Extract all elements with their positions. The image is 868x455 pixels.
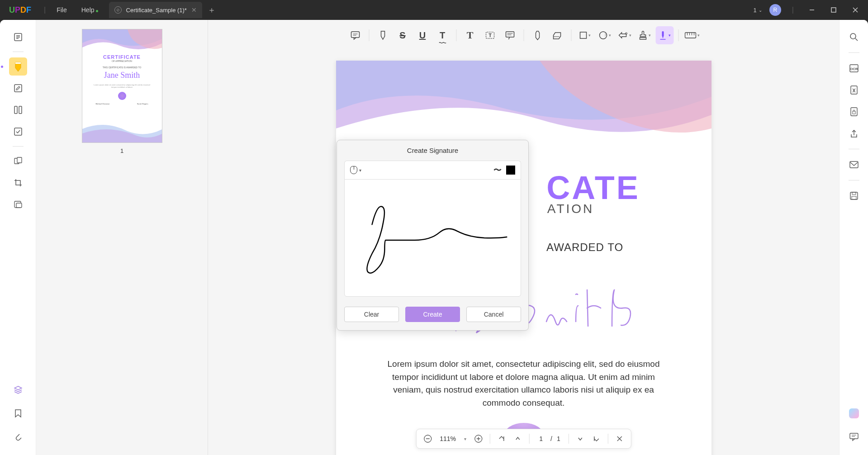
cancel-button[interactable]: Cancel	[466, 307, 521, 322]
user-avatar[interactable]: R	[769, 4, 781, 16]
titlebar: UPDF | File Help ⊘ Certificate_Sample (1…	[0, 0, 868, 20]
file-menu[interactable]: File	[49, 6, 74, 14]
sticker-tool-icon[interactable]: ▾	[596, 26, 614, 44]
page-thumbnail[interactable]: CERTIFICATE OF APPRECIATION THIS CERTIFI…	[82, 29, 162, 143]
protect-icon[interactable]	[845, 103, 863, 121]
svg-rect-10	[14, 106, 17, 114]
clear-button[interactable]: Clear	[344, 307, 399, 322]
svg-rect-47	[851, 108, 857, 116]
zoom-dropdown-icon[interactable]: ▾	[461, 436, 469, 441]
page-number-input[interactable]	[534, 435, 548, 442]
ocr-icon[interactable]: OCR	[845, 59, 863, 77]
svg-rect-26	[580, 32, 587, 38]
stamp-approve-icon[interactable]: ▾	[636, 26, 654, 44]
svg-rect-8	[15, 62, 21, 64]
stamp-tool-icon[interactable]: ▾	[616, 26, 634, 44]
zoom-out-button[interactable]	[421, 432, 434, 446]
underline-tool-icon[interactable]: U	[413, 26, 432, 44]
help-menu[interactable]: Help	[74, 6, 102, 14]
stroke-color-swatch[interactable]	[506, 166, 515, 175]
signature-canvas[interactable]	[344, 179, 521, 297]
annotation-toolbar: S U T T T ▾ ▾ ▾ ▾ ▾ ▾	[341, 24, 707, 47]
thumb-cert-sub: OF APPRECIATION	[82, 60, 162, 62]
comment-tool-icon[interactable]	[346, 26, 364, 44]
share-icon[interactable]	[845, 124, 863, 142]
left-toolbar	[0, 20, 36, 455]
redact-mode-icon[interactable]	[9, 195, 27, 213]
right-toolbar: OCR	[839, 20, 868, 455]
bookmark-icon[interactable]	[9, 404, 27, 422]
page-nav-bar: 111% ▾ / 1	[416, 429, 631, 449]
ai-assistant-icon[interactable]	[845, 404, 863, 422]
measure-tool-icon[interactable]: ▾	[683, 26, 701, 44]
dialog-title: Create Signature	[337, 140, 528, 161]
email-icon[interactable]	[845, 156, 863, 174]
maximize-button[interactable]	[826, 3, 841, 17]
organize-mode-icon[interactable]	[9, 101, 27, 119]
svg-rect-12	[14, 128, 22, 135]
close-window-button[interactable]	[848, 3, 863, 17]
input-method-dropdown[interactable]: ▾	[350, 166, 361, 174]
document-tab[interactable]: ⊘ Certificate_Sample (1)* ✕	[109, 2, 202, 18]
next-page-button[interactable]	[574, 432, 587, 446]
reader-mode-icon[interactable]	[9, 28, 27, 46]
svg-rect-14	[17, 157, 22, 163]
thumb-cert-title: CERTIFICATE	[82, 54, 162, 60]
text-tool-icon[interactable]: T	[461, 26, 479, 44]
compare-mode-icon[interactable]	[9, 152, 27, 170]
comment-panel-icon[interactable]	[845, 428, 863, 446]
svg-text:OCR: OCR	[850, 67, 858, 71]
layers-icon[interactable]	[9, 381, 27, 399]
svg-point-42	[850, 33, 856, 39]
thumb-cert-sig: Jane Smith	[82, 71, 162, 80]
thumb-cert-award: THIS CERTIFICATE IS AWARDED TO	[82, 66, 162, 69]
svg-line-43	[855, 38, 858, 41]
last-page-button[interactable]	[590, 432, 603, 446]
squiggly-tool-icon[interactable]: T	[433, 26, 451, 44]
highlight-tool-icon[interactable]	[374, 26, 392, 44]
create-button[interactable]: Create	[405, 307, 460, 322]
svg-rect-16	[16, 203, 22, 208]
svg-rect-50	[850, 192, 858, 199]
close-tab-icon[interactable]: ✕	[191, 6, 197, 14]
svg-rect-17	[351, 32, 359, 38]
eraser-tool-icon[interactable]	[548, 26, 566, 44]
search-icon[interactable]	[845, 28, 863, 46]
svg-rect-52	[852, 196, 856, 199]
zoom-in-button[interactable]	[472, 432, 485, 446]
minimize-button[interactable]	[805, 3, 819, 17]
edit-mode-icon[interactable]	[9, 79, 27, 97]
attachment-icon[interactable]	[9, 428, 27, 446]
svg-rect-22	[506, 32, 514, 37]
svg-rect-1	[831, 8, 836, 12]
callout-tool-icon[interactable]	[501, 26, 519, 44]
thumb-cert-body: Lorem ipsum dolor sit amet consectetur a…	[91, 84, 153, 88]
tab-doc-icon: ⊘	[114, 6, 122, 14]
convert-icon[interactable]	[845, 81, 863, 99]
crop-mode-icon[interactable]	[9, 174, 27, 192]
textbox-tool-icon[interactable]: T	[481, 26, 499, 44]
tab-label: Certificate_Sample (1)*	[126, 7, 187, 14]
thumb-seal-icon	[118, 92, 126, 100]
prev-page-button[interactable]	[511, 432, 525, 446]
stroke-style-icon[interactable]: 〜	[493, 165, 502, 175]
annotate-mode-icon[interactable]	[9, 57, 27, 76]
strikethrough-tool-icon[interactable]: S	[394, 26, 412, 44]
page-sep: /	[550, 435, 552, 442]
signature-tool-icon[interactable]: ▾	[655, 26, 674, 44]
svg-text:T: T	[489, 33, 492, 38]
signature-toolbar: ▾ 〜	[344, 161, 521, 179]
svg-rect-53	[850, 433, 858, 439]
shape-tool-icon[interactable]: ▾	[576, 26, 594, 44]
pencil-tool-icon[interactable]	[528, 26, 546, 44]
page-total: 1	[555, 435, 564, 442]
add-tab-button[interactable]: ＋	[208, 5, 216, 15]
close-nav-button[interactable]	[613, 432, 626, 446]
create-signature-dialog: Create Signature ▾ 〜 Clear Create Cancel	[337, 140, 529, 331]
thumbnail-page-num: 1	[120, 147, 123, 154]
window-dropdown[interactable]: 1 ⌄	[754, 7, 762, 14]
first-page-button[interactable]	[495, 432, 508, 446]
cert-body-text: Lorem ipsum dolor sit amet, consectetur …	[377, 358, 671, 409]
form-mode-icon[interactable]	[9, 123, 27, 141]
save-icon[interactable]	[845, 187, 863, 205]
